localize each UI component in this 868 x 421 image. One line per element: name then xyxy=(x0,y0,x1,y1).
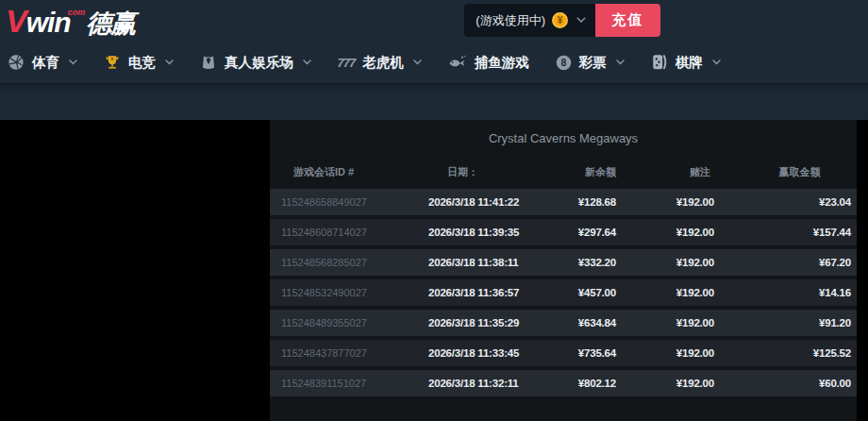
col-header-session-id: 游戏会话ID # xyxy=(270,165,421,179)
new-balance-cell: ¥634.84 xyxy=(526,317,619,328)
date-cell: 2026/3/18 11:36:57 xyxy=(421,287,526,298)
nav-item-board-games[interactable]: 棋牌 xyxy=(638,42,734,83)
nav-item-label: 老虎机 xyxy=(362,54,404,72)
game-canvas-right xyxy=(857,120,868,421)
table-body: 115248658849027 2026/3/18 11:41:22 ¥128.… xyxy=(270,189,857,400)
nav-item-live-casino[interactable]: 真人娱乐场 xyxy=(187,42,325,83)
coin-icon: ¥ xyxy=(552,12,568,28)
topbar: Vwincom德赢 (游戏使用中) ¥ 充值 xyxy=(0,0,868,42)
bet-cell: ¥192.00 xyxy=(619,287,714,298)
session-id-cell: 115248532490027 xyxy=(270,287,421,298)
bet-cell: ¥192.00 xyxy=(619,317,714,328)
deposit-button[interactable]: 充值 xyxy=(595,4,660,37)
wallet-selector[interactable]: (游戏使用中) ¥ xyxy=(464,4,595,37)
svg-text:8: 8 xyxy=(560,58,566,68)
date-cell: 2026/3/18 11:38:11 xyxy=(421,257,526,268)
main-nav: 体育 电竞 xyxy=(0,42,868,83)
win-amount-cell: ¥91.20 xyxy=(714,317,857,328)
history-panel: Crystal Caverns Megaways 游戏会话ID # 日期： 新余… xyxy=(270,120,857,421)
session-id-cell: 115248437877027 xyxy=(270,347,421,359)
game-title: Crystal Caverns Megaways xyxy=(270,120,857,156)
table-header: 游戏会话ID # 日期： 新余额 赌注 赢取金额 xyxy=(270,156,857,189)
col-header-date: 日期： xyxy=(421,165,526,179)
session-id-cell: 115248658849027 xyxy=(270,196,421,208)
tiles-icon xyxy=(651,54,668,71)
wallet-group: (游戏使用中) ¥ 充值 xyxy=(464,4,660,37)
logo-com: com xyxy=(68,8,86,17)
col-header-new-balance: 新余额 xyxy=(526,165,619,179)
win-amount-cell: ¥23.04 xyxy=(714,196,857,208)
suit-icon xyxy=(200,54,217,71)
date-cell: 2026/3/18 11:33:45 xyxy=(421,347,526,359)
bet-cell: ¥192.00 xyxy=(619,378,714,389)
new-balance-cell: ¥128.68 xyxy=(526,196,619,208)
nav-item-label: 电竞 xyxy=(128,54,156,72)
win-amount-cell: ¥14.16 xyxy=(714,287,857,298)
nav-item-label: 捕鱼游戏 xyxy=(475,54,529,72)
fish-icon xyxy=(448,55,467,70)
nav-item-label: 真人娱乐场 xyxy=(225,54,293,72)
win-amount-cell: ¥60.00 xyxy=(714,378,857,389)
sub-header-band xyxy=(0,83,868,120)
logo-v: V xyxy=(6,3,26,39)
win-amount-cell: ¥125.52 xyxy=(714,347,857,359)
date-cell: 2026/3/18 11:35:29 xyxy=(421,317,526,328)
session-id-cell: 115248391151027 xyxy=(270,378,421,389)
win-amount-cell: ¥67.20 xyxy=(714,257,857,268)
logo-cn: 德赢 xyxy=(86,9,135,38)
table-row: 115248437877027 2026/3/18 11:33:45 ¥735.… xyxy=(270,340,857,366)
nav-item-sports[interactable]: 体育 xyxy=(8,42,91,83)
session-id-cell: 115248568285027 xyxy=(270,257,421,268)
new-balance-cell: ¥332.20 xyxy=(526,257,619,268)
new-balance-cell: ¥735.64 xyxy=(526,347,619,359)
nav-item-slots[interactable]: 777 老虎机 xyxy=(325,42,435,83)
wallet-status-label: (游戏使用中) xyxy=(476,12,545,29)
new-balance-cell: ¥297.64 xyxy=(526,227,619,238)
chevron-down-icon xyxy=(712,59,721,65)
nav-item-lottery[interactable]: 8 彩票 xyxy=(542,42,638,83)
basketball-icon xyxy=(8,54,25,71)
bet-cell: ¥192.00 xyxy=(619,347,714,359)
brand-logo[interactable]: Vwincom德赢 xyxy=(6,5,135,37)
eight-ball-icon: 8 xyxy=(556,55,572,71)
trophy-icon xyxy=(104,54,121,71)
bet-cell: ¥192.00 xyxy=(619,227,714,238)
slots-777-icon: 777 xyxy=(338,56,356,70)
chevron-down-icon xyxy=(413,59,422,65)
nav-item-label: 彩票 xyxy=(579,54,607,72)
chevron-down-icon xyxy=(616,59,625,65)
nav-item-label: 棋牌 xyxy=(676,54,703,72)
chevron-down-icon xyxy=(165,59,174,65)
content-area: Crystal Caverns Megaways 游戏会话ID # 日期： 新余… xyxy=(0,120,868,421)
chevron-down-icon xyxy=(303,59,311,65)
nav-item-label: 体育 xyxy=(32,54,59,72)
session-id-cell: 115248489355027 xyxy=(270,317,421,328)
date-cell: 2026/3/18 11:41:22 xyxy=(421,196,526,208)
table-row: 115248568285027 2026/3/18 11:38:11 ¥332.… xyxy=(270,249,857,276)
table-row: 115248532490027 2026/3/18 11:36:57 ¥457.… xyxy=(270,279,857,306)
app-root: Vwincom德赢 (游戏使用中) ¥ 充值 体育 xyxy=(0,0,868,421)
new-balance-cell: ¥457.00 xyxy=(526,287,619,298)
bet-cell: ¥192.00 xyxy=(619,196,714,208)
date-cell: 2026/3/18 11:39:35 xyxy=(421,227,526,238)
logo-win: win xyxy=(26,7,71,38)
bet-cell: ¥192.00 xyxy=(619,257,714,268)
col-header-win-amount: 赢取金额 xyxy=(714,165,857,179)
new-balance-cell: ¥802.12 xyxy=(526,378,619,389)
chevron-down-icon xyxy=(69,59,77,65)
date-cell: 2026/3/18 11:32:11 xyxy=(421,378,526,389)
col-header-bet: 赌注 xyxy=(619,165,714,179)
table-row: 115248391151027 2026/3/18 11:32:11 ¥802.… xyxy=(270,370,857,396)
table-row: 115248658849027 2026/3/18 11:41:22 ¥128.… xyxy=(270,189,857,215)
table-row: 115248608714027 2026/3/18 11:39:35 ¥297.… xyxy=(270,219,857,245)
chevron-down-icon xyxy=(576,17,586,24)
session-id-cell: 115248608714027 xyxy=(270,227,421,238)
nav-item-fishing[interactable]: 捕鱼游戏 xyxy=(435,42,542,83)
nav-item-esports[interactable]: 电竞 xyxy=(91,42,187,83)
win-amount-cell: ¥157.44 xyxy=(714,227,857,238)
table-row: 115248489355027 2026/3/18 11:35:29 ¥634.… xyxy=(270,310,857,336)
game-canvas-left xyxy=(0,120,270,421)
